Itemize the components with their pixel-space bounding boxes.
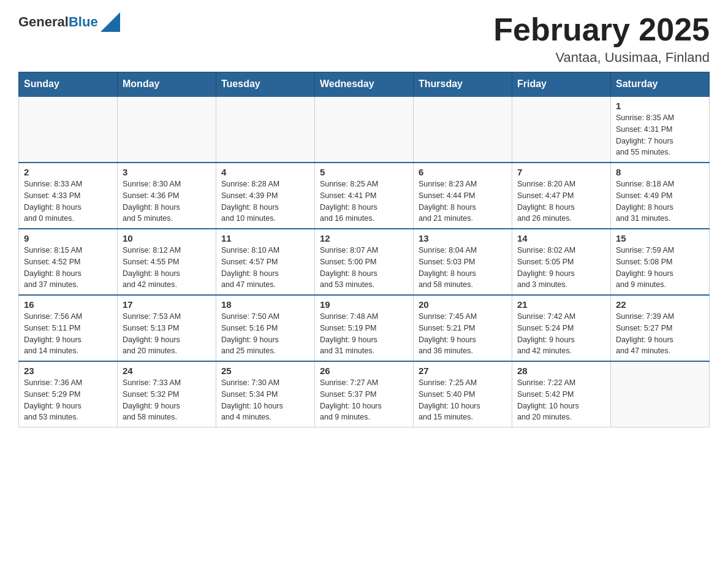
day-number: 4 xyxy=(221,167,309,177)
day-number: 20 xyxy=(419,299,507,310)
calendar-cell: 9Sunrise: 8:15 AMSunset: 4:52 PMDaylight… xyxy=(19,229,118,295)
calendar-cell xyxy=(315,96,414,163)
day-info: Sunrise: 7:53 AMSunset: 5:13 PMDaylight:… xyxy=(123,311,211,357)
day-info: Sunrise: 8:18 AMSunset: 4:49 PMDaylight:… xyxy=(616,178,704,224)
calendar-cell: 18Sunrise: 7:50 AMSunset: 5:16 PMDayligh… xyxy=(216,295,315,361)
day-of-week-header: Saturday xyxy=(611,72,710,97)
day-info: Sunrise: 7:48 AMSunset: 5:19 PMDaylight:… xyxy=(320,311,408,357)
day-info: Sunrise: 8:30 AMSunset: 4:36 PMDaylight:… xyxy=(123,178,211,224)
day-number: 19 xyxy=(320,299,408,310)
calendar-cell xyxy=(216,96,315,163)
day-number: 6 xyxy=(419,167,507,177)
svg-marker-0 xyxy=(100,12,120,32)
day-number: 18 xyxy=(221,299,309,310)
day-of-week-header: Sunday xyxy=(19,72,118,97)
day-info: Sunrise: 8:28 AMSunset: 4:39 PMDaylight:… xyxy=(221,178,309,224)
day-number: 2 xyxy=(24,167,112,177)
day-number: 11 xyxy=(221,233,309,243)
calendar-cell: 17Sunrise: 7:53 AMSunset: 5:13 PMDayligh… xyxy=(118,295,216,361)
calendar-cell: 15Sunrise: 7:59 AMSunset: 5:08 PMDayligh… xyxy=(611,229,710,295)
day-number: 23 xyxy=(24,366,112,376)
day-number: 16 xyxy=(24,299,112,310)
calendar-cell: 23Sunrise: 7:36 AMSunset: 5:29 PMDayligh… xyxy=(19,361,118,427)
calendar-cell: 14Sunrise: 8:02 AMSunset: 5:05 PMDayligh… xyxy=(512,229,611,295)
day-info: Sunrise: 7:45 AMSunset: 5:21 PMDaylight:… xyxy=(419,311,507,357)
day-info: Sunrise: 8:04 AMSunset: 5:03 PMDaylight:… xyxy=(419,245,507,291)
day-number: 3 xyxy=(123,167,211,177)
calendar-cell: 19Sunrise: 7:48 AMSunset: 5:19 PMDayligh… xyxy=(315,295,414,361)
day-number: 25 xyxy=(221,366,309,376)
day-of-week-header: Wednesday xyxy=(315,72,414,97)
day-number: 13 xyxy=(419,233,507,243)
calendar-cell xyxy=(118,96,216,163)
day-number: 12 xyxy=(320,233,408,243)
calendar-cell: 13Sunrise: 8:04 AMSunset: 5:03 PMDayligh… xyxy=(414,229,512,295)
day-number: 17 xyxy=(123,299,211,310)
day-info: Sunrise: 8:15 AMSunset: 4:52 PMDaylight:… xyxy=(24,245,112,291)
calendar-cell: 20Sunrise: 7:45 AMSunset: 5:21 PMDayligh… xyxy=(414,295,512,361)
calendar-cell: 5Sunrise: 8:25 AMSunset: 4:41 PMDaylight… xyxy=(315,163,414,229)
day-number: 8 xyxy=(616,167,704,177)
day-info: Sunrise: 8:02 AMSunset: 5:05 PMDaylight:… xyxy=(517,245,605,291)
day-info: Sunrise: 7:42 AMSunset: 5:24 PMDaylight:… xyxy=(517,311,605,357)
calendar-week-row: 2Sunrise: 8:33 AMSunset: 4:33 PMDaylight… xyxy=(19,163,710,229)
day-number: 14 xyxy=(517,233,605,243)
day-number: 10 xyxy=(123,233,211,243)
calendar-cell: 21Sunrise: 7:42 AMSunset: 5:24 PMDayligh… xyxy=(512,295,611,361)
day-info: Sunrise: 7:27 AMSunset: 5:37 PMDaylight:… xyxy=(320,377,408,423)
day-info: Sunrise: 7:50 AMSunset: 5:16 PMDaylight:… xyxy=(221,311,309,357)
day-info: Sunrise: 8:35 AMSunset: 4:31 PMDaylight:… xyxy=(616,112,704,158)
calendar-cell: 28Sunrise: 7:22 AMSunset: 5:42 PMDayligh… xyxy=(512,361,611,427)
calendar-cell xyxy=(19,96,118,163)
logo-icon xyxy=(100,12,120,32)
day-number: 22 xyxy=(616,299,704,310)
day-info: Sunrise: 8:25 AMSunset: 4:41 PMDaylight:… xyxy=(320,178,408,224)
day-number: 7 xyxy=(517,167,605,177)
day-number: 5 xyxy=(320,167,408,177)
calendar-cell: 2Sunrise: 8:33 AMSunset: 4:33 PMDaylight… xyxy=(19,163,118,229)
day-number: 15 xyxy=(616,233,704,243)
calendar-cell: 3Sunrise: 8:30 AMSunset: 4:36 PMDaylight… xyxy=(118,163,216,229)
logo-general-text: General xyxy=(18,14,69,29)
day-number: 1 xyxy=(616,101,704,111)
day-info: Sunrise: 8:33 AMSunset: 4:33 PMDaylight:… xyxy=(24,178,112,224)
title-block: February 2025 Vantaa, Uusimaa, Finland xyxy=(493,12,710,66)
day-of-week-header: Thursday xyxy=(414,72,512,97)
day-info: Sunrise: 8:20 AMSunset: 4:47 PMDaylight:… xyxy=(517,178,605,224)
day-number: 26 xyxy=(320,366,408,376)
day-info: Sunrise: 7:25 AMSunset: 5:40 PMDaylight:… xyxy=(419,377,507,423)
calendar-cell: 16Sunrise: 7:56 AMSunset: 5:11 PMDayligh… xyxy=(19,295,118,361)
calendar-cell: 11Sunrise: 8:10 AMSunset: 4:57 PMDayligh… xyxy=(216,229,315,295)
day-info: Sunrise: 7:22 AMSunset: 5:42 PMDaylight:… xyxy=(517,377,605,423)
calendar-cell: 8Sunrise: 8:18 AMSunset: 4:49 PMDaylight… xyxy=(611,163,710,229)
day-of-week-header: Tuesday xyxy=(216,72,315,97)
calendar-week-row: 23Sunrise: 7:36 AMSunset: 5:29 PMDayligh… xyxy=(19,361,710,427)
calendar-cell xyxy=(611,361,710,427)
day-number: 24 xyxy=(123,366,211,376)
day-info: Sunrise: 7:33 AMSunset: 5:32 PMDaylight:… xyxy=(123,377,211,423)
calendar-cell: 22Sunrise: 7:39 AMSunset: 5:27 PMDayligh… xyxy=(611,295,710,361)
day-number: 9 xyxy=(24,233,112,243)
calendar-cell: 26Sunrise: 7:27 AMSunset: 5:37 PMDayligh… xyxy=(315,361,414,427)
calendar-cell xyxy=(414,96,512,163)
logo-blue-text: Blue xyxy=(69,14,98,29)
calendar-cell: 6Sunrise: 8:23 AMSunset: 4:44 PMDaylight… xyxy=(414,163,512,229)
days-header-row: SundayMondayTuesdayWednesdayThursdayFrid… xyxy=(19,72,710,97)
day-of-week-header: Monday xyxy=(118,72,216,97)
day-info: Sunrise: 8:10 AMSunset: 4:57 PMDaylight:… xyxy=(221,245,309,291)
calendar-cell: 12Sunrise: 8:07 AMSunset: 5:00 PMDayligh… xyxy=(315,229,414,295)
logo: GeneralBlue xyxy=(18,12,120,32)
day-info: Sunrise: 8:07 AMSunset: 5:00 PMDaylight:… xyxy=(320,245,408,291)
day-info: Sunrise: 7:30 AMSunset: 5:34 PMDaylight:… xyxy=(221,377,309,423)
day-info: Sunrise: 7:59 AMSunset: 5:08 PMDaylight:… xyxy=(616,245,704,291)
calendar-cell: 24Sunrise: 7:33 AMSunset: 5:32 PMDayligh… xyxy=(118,361,216,427)
day-info: Sunrise: 8:23 AMSunset: 4:44 PMDaylight:… xyxy=(419,178,507,224)
calendar-cell: 7Sunrise: 8:20 AMSunset: 4:47 PMDaylight… xyxy=(512,163,611,229)
calendar-table: SundayMondayTuesdayWednesdayThursdayFrid… xyxy=(18,72,710,427)
calendar-week-row: 9Sunrise: 8:15 AMSunset: 4:52 PMDaylight… xyxy=(19,229,710,295)
day-of-week-header: Friday xyxy=(512,72,611,97)
day-info: Sunrise: 7:56 AMSunset: 5:11 PMDaylight:… xyxy=(24,311,112,357)
calendar-cell: 27Sunrise: 7:25 AMSunset: 5:40 PMDayligh… xyxy=(414,361,512,427)
day-number: 28 xyxy=(517,366,605,376)
calendar-week-row: 1Sunrise: 8:35 AMSunset: 4:31 PMDaylight… xyxy=(19,96,710,163)
